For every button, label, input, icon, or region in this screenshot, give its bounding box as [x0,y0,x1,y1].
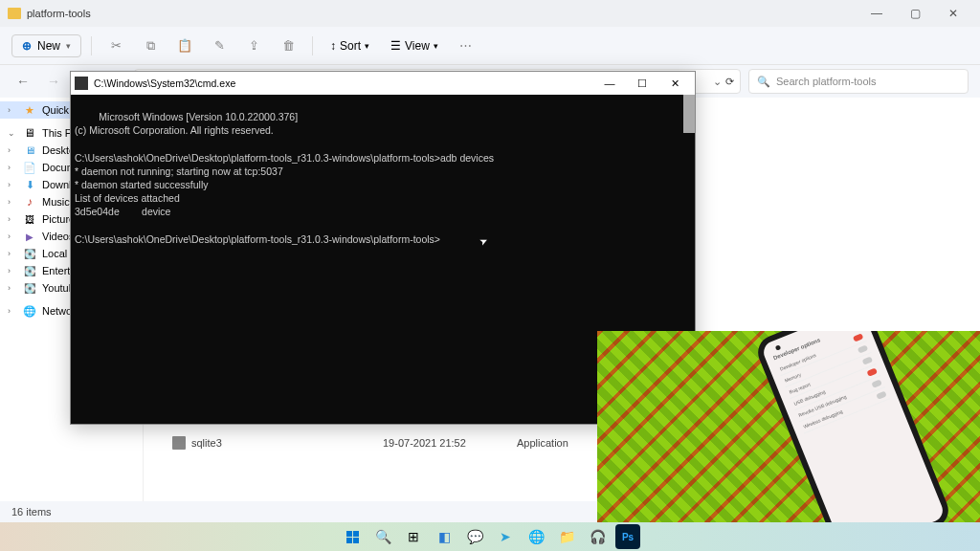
disk-icon [23,247,36,260]
paste-icon[interactable]: 📋 [170,33,199,59]
mouse-cursor-icon [479,234,489,248]
chevron-icon: › [8,283,17,293]
phone-device: Developer options Developer optionsMemor… [753,331,954,522]
file-icon [172,436,186,450]
pic-icon [23,212,36,226]
file-name-cell: sqlite3 [172,436,383,450]
cmd-title: C:\Windows\System32\cmd.exe [94,77,593,89]
explorer-toolbar: ⊕ New ▾ ✂ ⧉ 📋 ✎ ⇪ 🗑 ↕ Sort ▾ ☰ View ▾ ⋯ [0,27,980,65]
cut-icon[interactable]: ✂ [101,33,130,59]
camera-hole-icon [775,344,782,351]
sort-icon: ↕ [330,39,336,53]
cmd-scrollbar[interactable] [683,95,695,133]
sort-label: Sort [340,39,361,53]
search-input[interactable]: 🔍 Search platform-tools [748,69,969,94]
files-icon[interactable]: 📁 [554,524,579,549]
cmd-close-button[interactable]: ✕ [658,74,691,93]
taskview-icon[interactable]: ⊞ [401,524,426,549]
explorer-minimize-button[interactable]: — [858,2,896,25]
start-button[interactable] [340,524,365,549]
chevron-icon: › [8,231,17,241]
chevron-icon: ⌄ [8,128,17,138]
separator [312,36,313,55]
disk-icon [23,281,36,295]
cmd-text: Microsoft Windows [Version 10.0.22000.37… [75,111,494,245]
chevron-icon: › [8,266,17,276]
toggle-icon [866,367,878,376]
cmd-titlebar[interactable]: C:\Windows\System32\cmd.exe — ☐ ✕ [71,72,695,95]
vid-icon [23,230,36,243]
cmd-maximize-button[interactable]: ☐ [626,74,658,93]
cmd-icon [75,77,88,90]
toggle-icon [862,356,874,364]
toggle-icon [858,344,869,353]
file-date-cell: 19-07-2021 21:52 [383,437,517,449]
plus-icon: ⊕ [22,39,32,53]
toggle-icon [876,391,887,400]
chevron-icon: › [8,214,17,224]
desk-icon [23,143,36,157]
chevron-icon: › [8,145,17,155]
disk-icon [23,264,36,277]
music-icon [23,195,36,209]
chevron-icon: › [8,249,17,258]
doc-icon [23,161,36,174]
explorer-maximize-button[interactable]: ▢ [896,2,934,25]
chevron-icon: › [8,306,17,316]
cmd-minimize-button[interactable]: — [593,74,626,93]
headphones-icon[interactable]: 🎧 [585,524,610,549]
chevron-down-icon[interactable]: ⌄ [713,76,722,88]
widgets-icon[interactable]: ◧ [432,524,457,549]
star-icon [23,103,36,117]
chrome-icon[interactable]: 🌐 [523,524,548,549]
taskbar-search-icon[interactable]: 🔍 [370,524,395,549]
view-label: View [405,39,430,53]
new-label: New [37,39,60,53]
folder-icon [8,8,21,19]
chat-icon[interactable]: 💬 [462,524,487,549]
forward-button[interactable]: → [42,70,65,93]
phone-screen: Developer options Developer optionsMemor… [761,331,947,522]
search-icon: 🔍 [757,76,770,88]
refresh-icon[interactable]: ⟳ [725,76,734,88]
view-button[interactable]: ☰ View ▾ [383,35,446,56]
pc-icon [23,126,36,140]
explorer-close-button[interactable]: ✕ [934,2,972,25]
net-icon [23,304,36,318]
chevron-icon: › [8,180,17,189]
explorer-title: platform-tools [27,8,858,19]
delete-icon[interactable]: 🗑 [274,33,302,59]
telegram-icon[interactable]: ➤ [493,524,518,549]
down-icon [23,178,36,191]
status-text: 16 items [11,506,52,518]
back-button[interactable]: ← [11,70,34,93]
toggle-icon [853,333,864,342]
sort-button[interactable]: ↕ Sort ▾ [323,35,377,56]
phone-photo: Developer options Developer optionsMemor… [597,331,980,522]
copy-icon[interactable]: ⧉ [136,33,165,59]
rename-icon[interactable]: ✎ [205,33,234,59]
separator [91,36,92,55]
more-icon[interactable]: ⋯ [452,33,480,59]
chevron-icon: › [8,197,17,207]
explorer-titlebar: platform-tools — ▢ ✕ [0,0,980,27]
chevron-down-icon: ▾ [365,41,369,51]
chevron-down-icon: ▾ [66,41,71,51]
chevron-icon: › [8,163,17,172]
toggle-icon [871,379,882,387]
taskbar: 🔍 ⊞ ◧ 💬 ➤ 🌐 📁 🎧 Ps [0,522,980,551]
view-icon: ☰ [390,39,401,53]
chevron-icon: › [8,105,17,115]
photoshop-icon[interactable]: Ps [615,524,640,549]
chevron-down-icon: ▾ [434,41,438,51]
sidebar-item-label: Music [42,196,70,208]
search-placeholder: Search platform-tools [776,76,877,87]
share-icon[interactable]: ⇪ [239,33,268,59]
new-button[interactable]: ⊕ New ▾ [11,34,81,57]
